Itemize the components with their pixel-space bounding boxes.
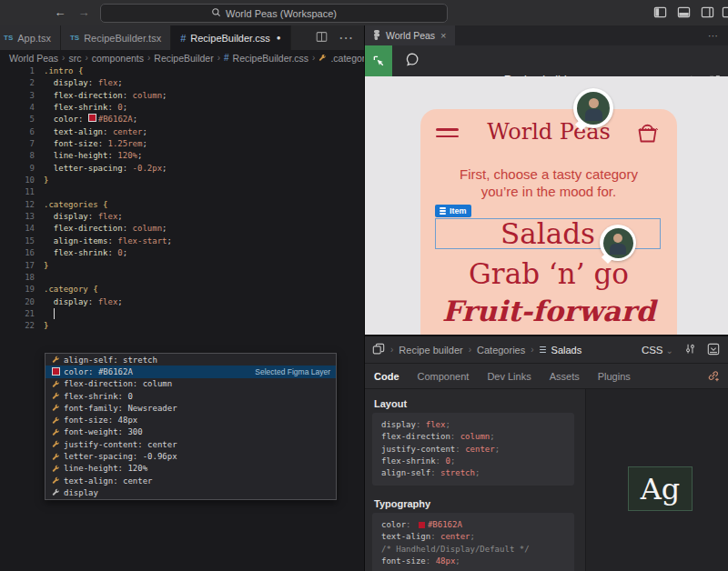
tab-world-peas[interactable]: World Peas × [365,25,455,45]
tab-dev-links[interactable]: Dev Links [487,371,531,382]
inspect-preview-column: Ag [585,389,728,571]
more-actions-icon[interactable]: ⋯ [708,30,728,42]
suggest-note: Selected Figma Layer [255,367,330,376]
inspect-code-column[interactable]: Layoutdisplay: flex;flex-direction: colu… [365,389,585,571]
breadcrumb-item[interactable]: World Peas [9,53,58,64]
property-icon [51,392,60,401]
suggest-item[interactable]: color: #B6162ASelected Figma Layer [46,366,336,377]
breadcrumb-item[interactable]: components [92,53,144,64]
modified-dot-icon: ● [277,34,281,42]
code-language-dropdown[interactable]: CSS ⌄ [642,345,673,356]
code-line[interactable]: 10} [0,175,364,186]
tab-plugins[interactable]: Plugins [598,371,631,382]
item-layer-icon [440,206,446,216]
inspect-code-line: align-self: stretch; [381,467,565,479]
inspect-code-line: justify-content: center; [381,444,565,456]
breadcrumb-item[interactable]: src [68,53,81,64]
breadcrumb-item[interactable]: RecipeBuilder [154,53,213,64]
toggle-sidebar-icon[interactable] [653,5,668,20]
suggest-item[interactable]: text-align: center [46,475,336,486]
code-line[interactable]: 21 [0,308,364,320]
line-number: 5 [0,114,44,125]
code-line[interactable]: 15 align-items: flex-start; [0,235,364,247]
suggest-item[interactable]: font-family: Newsreader [46,402,336,414]
category-salads[interactable]: Salads [500,220,595,247]
tab-recipebuilder-tsx[interactable]: TS RecipeBuilder.tsx [61,25,171,50]
add-link-icon[interactable] [707,369,728,384]
design-canvas[interactable]: World Peas First, choose a tasty categor… [365,76,728,335]
inspect-breadcrumb-item[interactable]: Categories [477,345,525,356]
item-layer-icon [540,345,546,355]
code-line[interactable]: 17} [0,260,364,272]
inspect-breadcrumb-item[interactable]: Salads [551,345,582,356]
section-title: Layout [374,398,407,409]
line-number: 6 [0,126,44,138]
line-number: 21 [0,308,44,320]
code-editor[interactable]: 1.intro {2 display: flex;3 flex-directio… [0,65,364,571]
tab-component[interactable]: Component [418,371,470,382]
layers-icon[interactable] [372,343,385,357]
suggest-item[interactable]: justify-content: center [46,438,336,450]
suggest-item[interactable]: font-weight: 300 [46,426,336,438]
suggest-item[interactable]: display [46,486,336,498]
close-icon[interactable]: × [440,30,446,41]
split-editor-icon[interactable] [316,30,328,46]
toggle-secondary-sidebar-icon[interactable] [701,5,715,20]
code-line[interactable]: 4 flex-shrink: 0; [0,102,364,114]
select-tool-button[interactable] [365,45,392,76]
symbol-class-icon [318,53,327,64]
more-actions-icon[interactable]: ⋯ [339,29,353,46]
property-icon [51,476,60,486]
code-line[interactable]: 2 display: flex; [0,77,364,89]
code-line[interactable]: 6 text-align: center; [0,126,364,138]
inspect-breadcrumb-item[interactable]: Recipe builder [399,345,462,356]
code-line[interactable]: 20 display: flex; [0,296,364,308]
code-line[interactable]: 11 [0,186,364,198]
toggle-panel-icon[interactable] [677,5,692,20]
code-line[interactable]: 14 flex-direction: column; [0,223,364,235]
code-line[interactable]: 16 flex-shrink: 0; [0,247,364,259]
collapse-panel-icon[interactable] [707,343,720,357]
category-fruit-forward[interactable]: Fruit-forward [420,295,677,327]
category-grab-n-go[interactable]: Grab ‘n’ go [420,257,677,290]
tab-app-tsx[interactable]: TS App.tsx [0,25,61,50]
breadcrumb[interactable]: World Peas › src › components › RecipeBu… [0,50,373,65]
suggest-item[interactable]: align-self: stretch [46,354,336,366]
code-line[interactable]: 8 line-height: 120%; [0,150,364,162]
line-number: 1 [0,65,44,77]
code-line[interactable]: 18 [0,272,364,284]
suggest-item[interactable]: flex-shrink: 0 [46,390,336,402]
basket-icon[interactable] [635,120,660,150]
comment-icon[interactable] [405,52,420,70]
code-line[interactable]: 7 font-size: 1.25rem; [0,138,364,150]
back-icon[interactable]: ← [53,5,67,20]
suggest-item[interactable]: line-height: 120% [46,463,336,475]
app-preview-card[interactable]: World Peas First, choose a tasty categor… [420,109,677,335]
code-line[interactable]: 22} [0,320,364,332]
code-line[interactable]: 9 letter-spacing: -0.2px; [0,163,364,175]
css-code-block[interactable]: display: flex;flex-direction: column;jus… [372,413,574,486]
breadcrumb-separator: › [312,53,315,63]
suggest-item[interactable]: flex-direction: column [46,378,336,390]
property-icon [51,452,60,461]
command-center-search[interactable]: World Peas (Workspace) [100,4,448,23]
suggest-item[interactable]: letter-spacing: -0.96px [46,450,336,462]
code-line[interactable]: 5 color: #B6162A; [0,114,364,125]
customize-layout-icon[interactable] [722,5,728,20]
settings-sliders-icon[interactable] [684,343,696,356]
type-specimen-preview: Ag [628,466,693,511]
code-line[interactable]: 3 flex-direction: column; [0,90,364,102]
property-icon [51,379,60,388]
breadcrumb-item[interactable]: RecipeBuilder.css [233,53,308,64]
css-code-block[interactable]: color: #B6162Atext-align: center;/* Hand… [372,513,574,571]
suggest-item[interactable]: font-size: 48px [46,414,336,426]
tab-assets[interactable]: Assets [550,371,580,382]
code-line[interactable]: 19.category { [0,284,364,296]
autocomplete-dropdown[interactable]: align-self: stretchcolor: #B6162ASelecte… [45,353,337,500]
tab-recipebuilder-css[interactable]: # RecipeBuilder.css ● [171,25,290,50]
tab-code[interactable]: Code [374,371,399,382]
code-line[interactable]: 1.intro { [0,65,364,77]
code-line[interactable]: 13 display: flex; [0,211,364,223]
code-line[interactable]: 12.categories { [0,199,364,211]
forward-icon[interactable]: → [76,5,91,20]
